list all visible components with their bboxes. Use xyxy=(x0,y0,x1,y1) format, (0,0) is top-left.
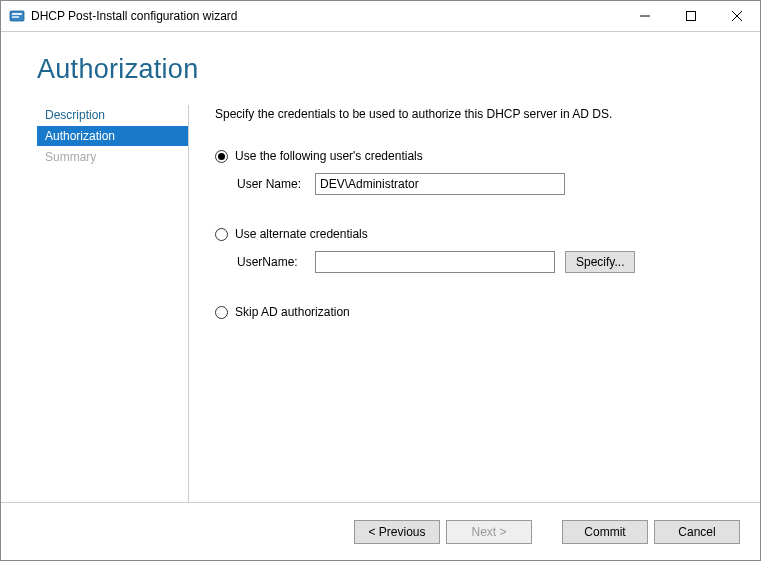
specify-button[interactable]: Specify... xyxy=(565,251,635,273)
header-area: Authorization xyxy=(1,32,760,85)
option-alternate-credentials: Use alternate credentials UserName: Spec… xyxy=(215,227,736,273)
radio-following-credentials[interactable] xyxy=(215,150,228,163)
option-skip-authorization: Skip AD authorization xyxy=(215,305,736,319)
app-icon xyxy=(9,8,25,24)
instruction-text: Specify the credentials to be used to au… xyxy=(215,107,736,121)
cancel-button[interactable]: Cancel xyxy=(654,520,740,544)
radio-label-skip: Skip AD authorization xyxy=(235,305,350,319)
page-title: Authorization xyxy=(37,54,760,85)
svg-rect-4 xyxy=(687,12,696,21)
maximize-button[interactable] xyxy=(668,1,714,31)
footer: < Previous Next > Commit Cancel xyxy=(1,502,760,560)
main-panel: Specify the credentials to be used to au… xyxy=(189,105,760,502)
window-title: DHCP Post-Install configuration wizard xyxy=(31,9,622,23)
alternate-username-label: UserName: xyxy=(237,255,309,269)
svg-rect-2 xyxy=(12,16,19,18)
minimize-button[interactable] xyxy=(622,1,668,31)
sidebar-item-summary: Summary xyxy=(37,147,188,167)
window-controls xyxy=(622,1,760,31)
radio-label-following: Use the following user's credentials xyxy=(235,149,423,163)
content-row: Description Authorization Summary Specif… xyxy=(1,105,760,502)
commit-button[interactable]: Commit xyxy=(562,520,648,544)
titlebar: DHCP Post-Install configuration wizard xyxy=(1,1,760,32)
username-input[interactable] xyxy=(315,173,565,195)
option-following-credentials: Use the following user's credentials Use… xyxy=(215,149,736,195)
previous-button[interactable]: < Previous xyxy=(354,520,440,544)
radio-skip-authorization[interactable] xyxy=(215,306,228,319)
radio-label-alternate: Use alternate credentials xyxy=(235,227,368,241)
sidebar: Description Authorization Summary xyxy=(1,105,189,502)
username-label: User Name: xyxy=(237,177,309,191)
wizard-window: DHCP Post-Install configuration wizard A… xyxy=(0,0,761,561)
radio-alternate-credentials[interactable] xyxy=(215,228,228,241)
alternate-username-input[interactable] xyxy=(315,251,555,273)
close-button[interactable] xyxy=(714,1,760,31)
sidebar-item-description[interactable]: Description xyxy=(37,105,188,125)
body-area: Authorization Description Authorization … xyxy=(1,32,760,502)
svg-rect-1 xyxy=(12,13,22,15)
next-button: Next > xyxy=(446,520,532,544)
sidebar-item-authorization[interactable]: Authorization xyxy=(37,126,188,146)
